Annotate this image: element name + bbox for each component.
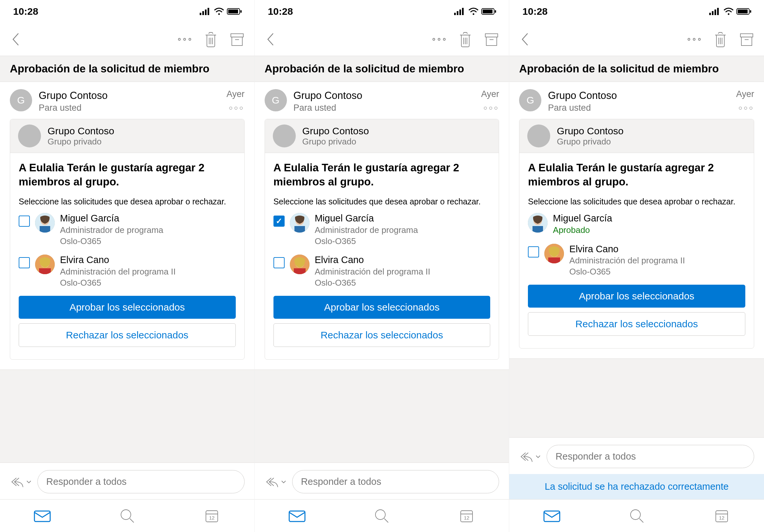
member-avatar: [544, 244, 564, 263]
reply-mode-button[interactable]: [519, 451, 541, 463]
approval-card: Grupo Contoso Grupo privado A Eulalia Te…: [265, 119, 499, 359]
group-privacy: Grupo privado: [48, 137, 114, 147]
group-avatar: [18, 124, 41, 147]
delete-button[interactable]: [203, 31, 219, 48]
svg-rect-26: [454, 13, 456, 15]
message-more-button[interactable]: ○○○: [483, 104, 499, 111]
sender-row: G Grupo Contoso Para usted Ayer ○○○: [255, 82, 509, 117]
member-location: Oslo-O365: [60, 277, 236, 289]
reject-button[interactable]: Rechazar los seleccionados: [528, 312, 745, 336]
group-header[interactable]: Grupo Contoso Grupo privado: [10, 119, 244, 153]
more-icon: [432, 37, 446, 41]
svg-text:12: 12: [719, 515, 724, 521]
reply-bar: Responder a todos: [509, 437, 764, 474]
member-checkbox[interactable]: [19, 257, 30, 268]
reject-button[interactable]: Rechazar los seleccionados: [274, 323, 490, 347]
wifi-icon: [214, 8, 224, 15]
svg-point-56: [728, 13, 729, 15]
member-checkbox[interactable]: [19, 215, 30, 227]
reply-mode-button[interactable]: [10, 476, 32, 488]
svg-rect-55: [717, 8, 719, 15]
back-button[interactable]: [518, 31, 531, 48]
tabbar: 12: [0, 499, 255, 532]
member-checkbox[interactable]: [528, 246, 539, 257]
archive-button[interactable]: [483, 31, 500, 48]
mail-icon: [543, 509, 561, 522]
message-more-button[interactable]: ○○○: [229, 104, 244, 111]
group-name: Grupo Contoso: [302, 125, 369, 137]
svg-point-21: [121, 510, 131, 520]
reply-input[interactable]: Responder a todos: [292, 470, 499, 493]
archive-button[interactable]: [738, 31, 755, 48]
svg-text:12: 12: [464, 515, 470, 521]
svg-point-62: [698, 38, 700, 40]
reply-bar: Responder a todos: [255, 463, 509, 499]
sender-date: Ayer: [481, 89, 499, 99]
member-checkbox-checked[interactable]: ✓: [274, 215, 285, 227]
sender-date: Ayer: [227, 89, 245, 99]
member-row-elvira: Elvira Cano Administración del programa …: [274, 254, 490, 288]
svg-rect-20: [34, 511, 50, 521]
mail-icon: [288, 509, 306, 522]
tab-calendar[interactable]: 12: [457, 508, 477, 524]
top-nav: [509, 23, 764, 56]
status-icons: [199, 8, 243, 15]
back-button[interactable]: [264, 31, 277, 48]
reply-all-icon: [10, 476, 24, 488]
member-checkbox[interactable]: [274, 257, 285, 268]
tab-mail[interactable]: [287, 508, 307, 524]
message-more-button[interactable]: ○○○: [738, 104, 754, 111]
member-avatar: [528, 213, 548, 233]
tab-calendar[interactable]: 12: [712, 508, 731, 524]
screen-3: 10:28 Aprobación de la solicitud de miem…: [509, 0, 764, 532]
tab-calendar[interactable]: 12: [202, 508, 222, 524]
reply-mode-button[interactable]: [265, 476, 286, 488]
more-button[interactable]: [686, 31, 702, 48]
cell-signal-icon: [709, 8, 721, 15]
search-icon: [629, 508, 645, 524]
archive-button[interactable]: [229, 31, 245, 48]
group-header[interactable]: Grupo Contoso Grupo privado: [519, 119, 754, 153]
svg-rect-42: [294, 226, 305, 233]
tab-search[interactable]: [627, 508, 647, 524]
more-icon: [687, 37, 701, 41]
sender-avatar[interactable]: G: [10, 89, 32, 111]
wifi-icon: [468, 8, 479, 15]
trash-icon: [204, 31, 218, 48]
battery-icon: [481, 8, 497, 15]
tab-search[interactable]: [117, 508, 137, 524]
chevron-left-icon: [266, 32, 275, 47]
sender-avatar[interactable]: G: [519, 89, 541, 111]
more-button[interactable]: [176, 31, 193, 48]
group-name: Grupo Contoso: [48, 125, 114, 137]
tab-mail[interactable]: [542, 508, 562, 524]
more-button[interactable]: [431, 31, 447, 48]
request-title: A Eulalia Terán le gustaría agregar 2 mi…: [528, 161, 745, 189]
svg-rect-29: [462, 8, 464, 15]
approve-button[interactable]: Aprobar los seleccionados: [528, 285, 745, 308]
email-subject: Aprobación de la solicitud de miembro: [0, 56, 255, 82]
approve-button[interactable]: Aprobar los seleccionados: [274, 296, 490, 319]
status-icons: [709, 8, 752, 15]
tab-search[interactable]: [372, 508, 392, 524]
reply-input[interactable]: Responder a todos: [547, 445, 754, 468]
approve-button[interactable]: Aprobar los seleccionados: [19, 296, 236, 319]
member-name: Elvira Cano: [569, 243, 745, 255]
chevron-down-icon: [26, 480, 32, 484]
sender-avatar[interactable]: G: [265, 89, 287, 111]
trash-icon: [713, 31, 728, 48]
delete-button[interactable]: [712, 31, 729, 48]
group-header[interactable]: Grupo Contoso Grupo privado: [265, 119, 499, 153]
svg-point-4: [218, 13, 220, 15]
tab-mail[interactable]: [33, 508, 52, 524]
svg-rect-12: [232, 37, 242, 46]
back-button[interactable]: [9, 31, 22, 48]
svg-rect-59: [750, 10, 751, 13]
reject-button[interactable]: Rechazar los seleccionados: [19, 323, 236, 347]
sender-to: Para usted: [548, 102, 730, 114]
sender-row: G Grupo Contoso Para usted Ayer ○○○: [509, 82, 764, 117]
delete-button[interactable]: [457, 31, 474, 48]
svg-line-48: [384, 519, 388, 522]
member-name: Elvira Cano: [60, 254, 236, 266]
reply-input[interactable]: Responder a todos: [37, 470, 245, 493]
